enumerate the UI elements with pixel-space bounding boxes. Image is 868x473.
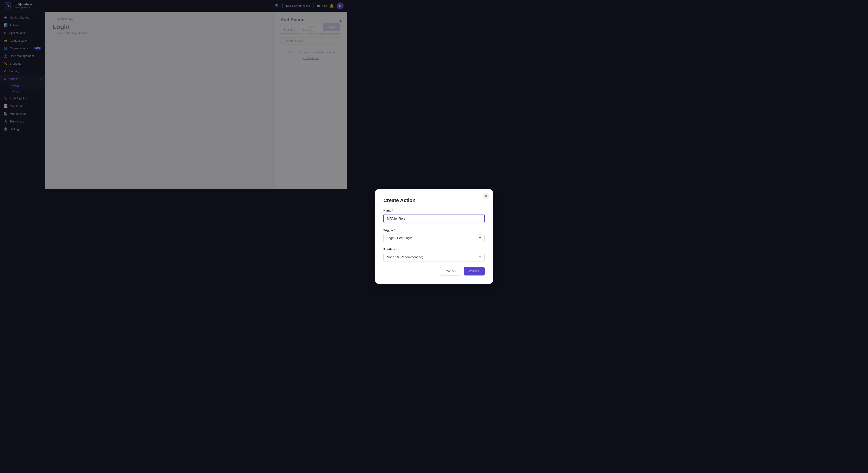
- main-content: ← Choose flow Login Customize the login …: [45, 12, 347, 189]
- app-layout: ⚡ Getting Started 📊 Activity 🖥 Applicati…: [0, 12, 347, 189]
- modal-overlay[interactable]: ✕ Create Action Name* Trigger* Login / P…: [45, 12, 347, 189]
